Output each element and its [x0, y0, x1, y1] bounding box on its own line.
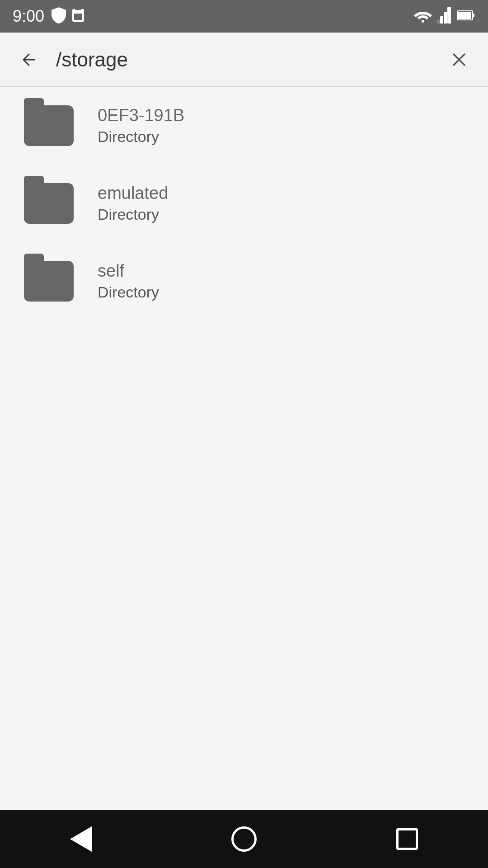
- file-name: emulated: [98, 184, 168, 203]
- app-bar-left: /storage: [16, 47, 128, 72]
- svg-rect-5: [444, 12, 447, 24]
- file-name: self: [98, 261, 159, 281]
- list-item[interactable]: emulated Directory: [0, 165, 488, 242]
- svg-rect-1: [75, 7, 81, 10]
- file-list: 0EF3-191B Directory emulated Directory s…: [0, 87, 488, 810]
- status-bar: 9:00: [0, 0, 488, 33]
- signal-icon: [437, 7, 452, 25]
- app-bar: /storage: [0, 33, 488, 87]
- svg-point-3: [422, 20, 424, 23]
- file-type: Directory: [98, 283, 159, 301]
- nav-bar: [0, 810, 488, 868]
- svg-rect-4: [447, 7, 451, 24]
- nav-back-button[interactable]: [63, 819, 99, 859]
- nav-home-button[interactable]: [224, 819, 264, 859]
- svg-rect-7: [437, 20, 440, 24]
- folder-shape: [24, 261, 74, 302]
- file-name: 0EF3-191B: [98, 106, 184, 125]
- folder-icon: [22, 181, 76, 226]
- nav-home-icon: [231, 826, 257, 852]
- file-type: Directory: [98, 206, 168, 223]
- status-bar-left: 9:00: [13, 7, 85, 26]
- nav-back-icon: [70, 826, 92, 852]
- folder-shape: [24, 105, 74, 146]
- folder-icon: [22, 103, 76, 148]
- back-button[interactable]: [16, 47, 42, 72]
- folder-icon: [22, 259, 76, 304]
- list-item[interactable]: self Directory: [0, 242, 488, 320]
- shield-icon: [52, 7, 66, 25]
- status-icons-left: [52, 7, 85, 25]
- battery-icon: [457, 9, 475, 24]
- file-info: 0EF3-191B Directory: [98, 106, 184, 146]
- file-info: emulated Directory: [98, 184, 168, 223]
- file-type: Directory: [98, 128, 184, 146]
- svg-rect-2: [74, 14, 82, 20]
- path-title: /storage: [56, 48, 128, 71]
- folder-shape: [24, 183, 74, 224]
- wifi-icon: [414, 8, 432, 24]
- close-button[interactable]: [446, 47, 472, 72]
- svg-rect-10: [473, 14, 474, 17]
- status-bar-right: [414, 7, 475, 25]
- list-item[interactable]: 0EF3-191B Directory: [0, 87, 488, 165]
- svg-rect-9: [458, 12, 471, 19]
- sim-icon: [71, 7, 85, 25]
- nav-recent-icon: [396, 828, 418, 850]
- nav-recent-button[interactable]: [389, 821, 425, 857]
- status-time: 9:00: [13, 7, 44, 26]
- svg-rect-6: [440, 16, 443, 24]
- file-info: self Directory: [98, 261, 159, 301]
